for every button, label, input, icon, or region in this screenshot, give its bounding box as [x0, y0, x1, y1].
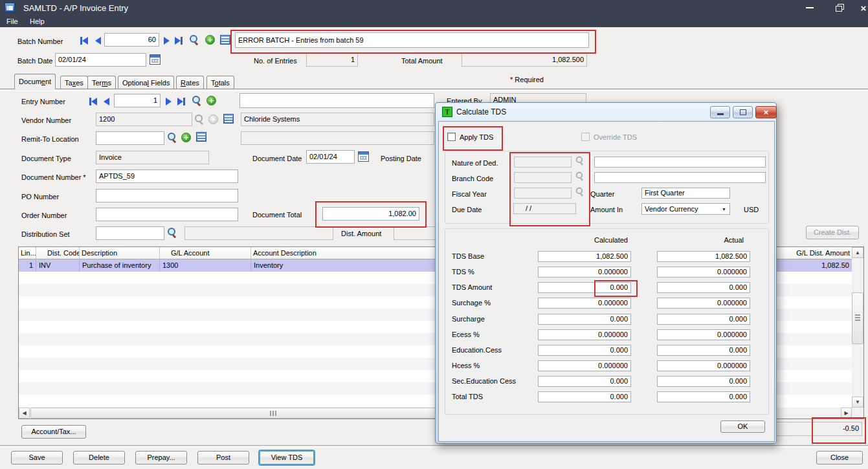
tab-taxes[interactable]: Taxes: [60, 76, 88, 89]
document-total-label: Document Total: [252, 211, 302, 219]
scroll-up-button[interactable]: ▲: [852, 247, 863, 258]
account-tax-button[interactable]: Account/Tax...: [21, 425, 86, 439]
amount-in-combo[interactable]: Vendor Currency ▼: [641, 203, 730, 215]
entry-number-field[interactable]: 1: [114, 94, 161, 107]
tds-actual-field[interactable]: 0.000: [657, 314, 750, 325]
tds-calc-field[interactable]: 0.000: [538, 376, 631, 387]
delete-button[interactable]: Delete: [73, 451, 125, 464]
tds-calc-field[interactable]: 0.000: [538, 314, 631, 325]
close-icon: ×: [764, 108, 769, 116]
tds-calc-field[interactable]: 0.000000: [538, 329, 631, 340]
tds-actual-field[interactable]: 0.000: [657, 391, 750, 402]
restore-button[interactable]: [829, 0, 851, 16]
vendor-finder-icon[interactable]: [223, 114, 234, 124]
tab-totals[interactable]: Totals: [206, 76, 234, 89]
tab-terms[interactable]: Terms: [87, 76, 116, 89]
nature-description-field[interactable]: [594, 157, 766, 168]
tds-calc-field[interactable]: 0.000: [538, 345, 631, 356]
entry-zoom-magnifier-icon[interactable]: [192, 95, 202, 105]
tab-optional-fields[interactable]: Optional Fields: [118, 76, 174, 89]
close-button[interactable]: ×: [857, 0, 868, 16]
grid-vertical-scrollbar[interactable]: ▲ ▼: [852, 247, 863, 408]
batch-date-field[interactable]: 02/01/24: [55, 53, 146, 67]
col-gl-account-header: G/L Account: [160, 247, 251, 259]
document-total-field[interactable]: 1,082.00: [322, 207, 419, 221]
tds-actual-field[interactable]: 0.000000: [657, 298, 750, 309]
order-number-field[interactable]: [96, 208, 238, 221]
batch-number-field[interactable]: 60: [104, 33, 159, 47]
view-tds-button[interactable]: View TDS: [260, 451, 314, 464]
dialog-minimize-button[interactable]: [710, 106, 730, 118]
batch-date-calendar-icon[interactable]: [150, 54, 161, 65]
distribution-set-label: Distribution Set: [21, 230, 70, 239]
batch-description-field[interactable]: ERROR BATCH - Entries from batch 59: [235, 32, 589, 48]
batch-last-button[interactable]: [175, 36, 183, 45]
dialog-close-button[interactable]: ×: [755, 106, 777, 118]
scroll-right-button[interactable]: ▶: [841, 408, 852, 419]
app-icon: [5, 3, 15, 12]
scroll-left-button[interactable]: ◀: [19, 408, 30, 419]
remit-to-field[interactable]: [96, 131, 164, 145]
close-window-button[interactable]: Close: [816, 451, 863, 464]
post-button[interactable]: Post: [197, 451, 249, 464]
batch-first-button[interactable]: [80, 36, 88, 45]
batch-prev-button[interactable]: [95, 36, 101, 45]
entry-new-icon[interactable]: [206, 96, 216, 105]
remit-new-icon[interactable]: [181, 133, 191, 142]
fiscal-year-field: [514, 188, 572, 199]
tds-row-label: TDS Base: [452, 252, 484, 261]
close-icon: ×: [861, 3, 867, 14]
tds-actual-field[interactable]: 0.000000: [657, 267, 750, 278]
ok-button[interactable]: OK: [720, 420, 765, 433]
remit-zoom-magnifier-icon[interactable]: [167, 132, 177, 142]
distribution-set-field[interactable]: [96, 226, 164, 240]
tds-actual-field[interactable]: 0.000: [657, 345, 750, 356]
tab-document[interactable]: Document: [14, 74, 56, 89]
tab-rates[interactable]: Rates: [176, 76, 204, 89]
entry-description-field[interactable]: [239, 93, 434, 108]
minimize-button[interactable]: [799, 0, 821, 16]
document-date-calendar-icon[interactable]: [358, 151, 369, 162]
remit-finder-icon[interactable]: [196, 132, 206, 142]
tds-actual-field[interactable]: 0.000000: [657, 360, 750, 371]
prepay-button[interactable]: Prepay...: [135, 451, 187, 464]
scroll-down-button[interactable]: ▼: [852, 397, 863, 408]
tds-actual-field[interactable]: 0.000: [657, 376, 750, 387]
tds-actual-field[interactable]: 0.000000: [657, 329, 750, 340]
tds-dialog-icon: T: [442, 107, 452, 117]
tds-actual-field[interactable]: 0.000: [657, 282, 750, 293]
vendor-name-field: Chloride Systems: [241, 113, 434, 126]
branch-description-field[interactable]: [594, 172, 766, 183]
tds-calc-field[interactable]: 0.000000: [538, 267, 631, 278]
document-date-field[interactable]: 02/01/24: [306, 150, 355, 164]
title-bar: SAMLTD - A/P Invoice Entry ×: [0, 0, 868, 16]
document-number-field[interactable]: APTDS_59: [96, 169, 238, 183]
dialog-restore-button[interactable]: [733, 106, 753, 118]
scroll-down-icon: ▼: [855, 399, 860, 405]
entry-next-button[interactable]: [166, 97, 172, 106]
tds-calc-field[interactable]: 1,082.500: [538, 251, 631, 262]
quarter-field[interactable]: First Quarter: [641, 188, 730, 199]
menu-file[interactable]: File: [6, 17, 18, 25]
vertical-scroll-thumb[interactable]: [852, 292, 863, 344]
menu-help[interactable]: Help: [30, 17, 45, 25]
save-button[interactable]: Save: [11, 451, 63, 464]
apply-tds-checkbox[interactable]: [447, 133, 456, 141]
batch-zoom-magnifier-icon[interactable]: [189, 34, 199, 45]
distribution-set-magnifier-icon[interactable]: [167, 227, 177, 237]
entry-last-button[interactable]: [177, 97, 185, 106]
batch-new-icon[interactable]: [205, 35, 215, 45]
batch-finder-icon[interactable]: [220, 35, 230, 45]
tds-row-label: Hcess %: [452, 362, 480, 370]
po-number-field[interactable]: [96, 189, 238, 202]
batch-next-button[interactable]: [164, 36, 170, 45]
tds-calc-field[interactable]: 0.000000: [538, 298, 631, 309]
tds-row-label: Surcharge: [452, 315, 485, 323]
tds-calc-field[interactable]: 0.000000: [538, 360, 631, 371]
entry-prev-button[interactable]: [104, 97, 109, 106]
tds-row-label: Ecess %: [452, 331, 480, 339]
entry-first-button[interactable]: [89, 97, 97, 106]
tds-calc-field[interactable]: 0.000: [538, 282, 631, 293]
tds-actual-field[interactable]: 1,082.500: [657, 251, 750, 262]
tds-calc-field[interactable]: 0.000: [538, 391, 631, 402]
